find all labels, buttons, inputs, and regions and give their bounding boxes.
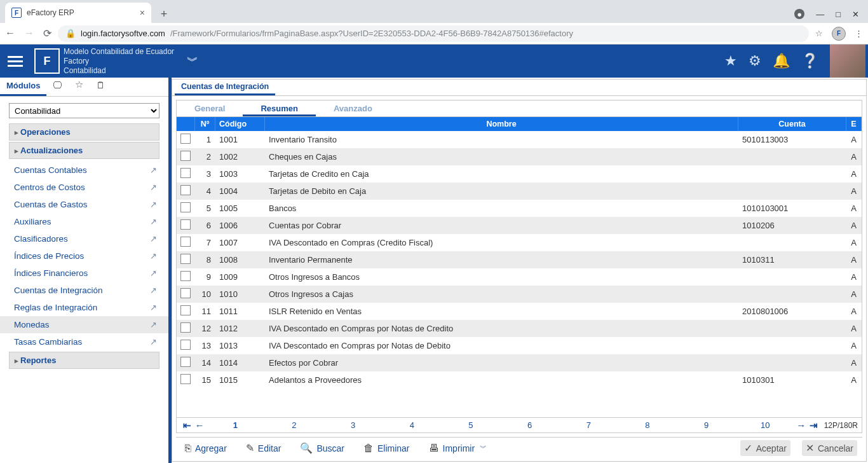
row-checkbox[interactable] xyxy=(177,371,195,389)
accept-button[interactable]: ✓Aceptar xyxy=(740,440,790,456)
external-link-icon[interactable]: ↗ xyxy=(150,217,157,226)
table-row[interactable]: 151015Adelantos a Proveedores1010301A xyxy=(177,371,862,389)
table-row[interactable]: 131013IVA Descontado en Compras por Nota… xyxy=(177,337,862,354)
table-row[interactable]: 91009Otros Ingresos a BancosA xyxy=(177,268,862,286)
browser-profile-icon[interactable]: F xyxy=(832,27,846,41)
close-window-icon[interactable]: ✕ xyxy=(852,10,859,19)
pager-page[interactable]: 9 xyxy=(677,420,736,430)
pager-page[interactable]: 1 xyxy=(206,420,265,430)
pager-page[interactable]: 6 xyxy=(500,420,559,430)
row-checkbox[interactable] xyxy=(177,234,195,251)
sidebar-item[interactable]: Cuentas de Gastos↗ xyxy=(0,196,168,213)
external-link-icon[interactable]: ↗ xyxy=(150,183,157,192)
browser-menu-icon[interactable]: ⋮ xyxy=(855,29,863,38)
menu-toggle-button[interactable] xyxy=(0,45,31,78)
maximize-icon[interactable]: □ xyxy=(836,10,841,19)
external-link-icon[interactable]: ↗ xyxy=(150,268,157,278)
row-checkbox[interactable] xyxy=(177,200,195,217)
sidebar-item[interactable]: Auxiliares↗ xyxy=(0,213,168,230)
pager-page[interactable]: 4 xyxy=(383,420,442,430)
external-link-icon[interactable]: ↗ xyxy=(150,320,157,329)
pager-page[interactable]: 7 xyxy=(559,420,618,430)
sidebar-item[interactable]: Cuentas Contables↗ xyxy=(0,162,168,179)
table-row[interactable]: 71007IVA Descontado en Compras (Credito … xyxy=(177,234,862,251)
pager-page[interactable]: 2 xyxy=(265,420,324,430)
new-tab-button[interactable]: + xyxy=(155,5,173,23)
row-checkbox[interactable] xyxy=(177,131,195,148)
row-checkbox[interactable] xyxy=(177,337,195,354)
search-button[interactable]: 🔍Buscar xyxy=(296,440,348,456)
external-link-icon[interactable]: ↗ xyxy=(150,165,157,175)
page-title-tab[interactable]: Cuentas de Integración xyxy=(175,79,275,95)
browser-tab[interactable]: F eFactory ERP × xyxy=(5,3,151,23)
sidebar-group-actualizaciones[interactable]: Actualizaciones xyxy=(9,142,159,159)
table-row[interactable]: 81008Inventario Permanente1010311A xyxy=(177,251,862,268)
sidebar-tab-star-icon[interactable]: ☆ xyxy=(69,75,90,96)
module-select[interactable]: Contabilidad xyxy=(9,103,159,118)
settings-gear-icon[interactable]: ⚙ xyxy=(749,53,761,69)
sidebar-tab-note-icon[interactable]: 🗒 xyxy=(90,76,112,96)
external-link-icon[interactable]: ↗ xyxy=(150,200,157,209)
external-link-icon[interactable]: ↗ xyxy=(150,337,157,347)
favorite-icon[interactable]: ★ xyxy=(724,53,737,69)
pager-page[interactable]: 3 xyxy=(323,420,383,430)
url-field[interactable]: 🔒 login.factorysoftve.com/Framework/Form… xyxy=(58,25,809,42)
forward-icon[interactable]: → xyxy=(24,27,34,39)
table-row[interactable]: 51005Bancos1010103001A xyxy=(177,200,862,217)
external-link-icon[interactable]: ↗ xyxy=(150,303,157,312)
profile-dot-icon[interactable]: ● xyxy=(794,9,804,19)
table-row[interactable]: 121012IVA Descontado en Compras por Nota… xyxy=(177,320,862,337)
sidebar-group-reportes[interactable]: Reportes xyxy=(9,352,159,369)
external-link-icon[interactable]: ↗ xyxy=(150,234,157,244)
view-tab-avanzado[interactable]: Avanzado xyxy=(316,100,390,116)
col-num[interactable]: Nº xyxy=(195,117,215,131)
sidebar-tab-monitor-icon[interactable]: 🖵 xyxy=(46,76,69,96)
row-checkbox[interactable] xyxy=(177,148,195,165)
col-e[interactable]: E xyxy=(846,117,862,131)
table-row[interactable]: 61006Cuentas por Cobrar1010206A xyxy=(177,217,862,234)
row-checkbox[interactable] xyxy=(177,268,195,286)
table-row[interactable]: 101010Otros Ingresos a CajasA xyxy=(177,286,862,303)
col-checkbox[interactable] xyxy=(177,117,195,131)
external-link-icon[interactable]: ↗ xyxy=(150,286,157,295)
pager-first-icon[interactable]: ⇤ xyxy=(180,420,193,431)
back-icon[interactable]: ← xyxy=(5,27,15,39)
app-logo-icon[interactable]: F xyxy=(34,48,60,74)
table-row[interactable]: 31003Tarjetas de Credito en CajaA xyxy=(177,165,862,183)
add-button[interactable]: ⎘Agregar xyxy=(181,441,231,456)
sidebar-item[interactable]: Centros de Costos↗ xyxy=(0,179,168,196)
print-button[interactable]: 🖶Imprimir︾ xyxy=(425,441,491,456)
sidebar-item[interactable]: Tasas Cambiarias↗ xyxy=(0,333,168,350)
pager-prev-icon[interactable]: ← xyxy=(193,420,206,431)
delete-button[interactable]: 🗑Eliminar xyxy=(360,441,414,456)
table-row[interactable]: 41004Tarjetas de Debito en CajaA xyxy=(177,183,862,200)
row-checkbox[interactable] xyxy=(177,354,195,371)
minimize-icon[interactable]: ― xyxy=(816,10,824,19)
help-icon[interactable]: ❔ xyxy=(801,53,818,69)
col-codigo[interactable]: Código xyxy=(215,117,265,131)
col-nombre[interactable]: Nombre xyxy=(265,117,738,131)
sidebar-item[interactable]: Reglas de Integración↗ xyxy=(0,299,168,316)
reload-icon[interactable]: ⟳ xyxy=(43,27,51,39)
table-row[interactable]: 11001Inventario Transito5010113003A xyxy=(177,131,862,148)
sidebar-item[interactable]: Índices de Precios↗ xyxy=(0,247,168,265)
sidebar-tab-modulos[interactable]: Módulos xyxy=(0,77,46,96)
table-row[interactable]: 111011ISLR Retenido en Ventas2010801006A xyxy=(177,303,862,320)
table-row[interactable]: 141014Efectos por CobrarA xyxy=(177,354,862,371)
table-row[interactable]: 21002Cheques en CajasA xyxy=(177,148,862,165)
context-dropdown-icon[interactable]: ︾ xyxy=(187,53,198,69)
view-tab-general[interactable]: General xyxy=(177,100,243,116)
notifications-bell-icon[interactable]: 🔔 xyxy=(773,53,790,69)
external-link-icon[interactable]: ↗ xyxy=(150,251,157,261)
pager-page[interactable]: 8 xyxy=(618,420,677,430)
row-checkbox[interactable] xyxy=(177,251,195,268)
row-checkbox[interactable] xyxy=(177,217,195,234)
sidebar-item[interactable]: Clasificadores↗ xyxy=(0,230,168,247)
row-checkbox[interactable] xyxy=(177,165,195,183)
sidebar-item[interactable]: Cuentas de Integración↗ xyxy=(0,282,168,299)
sidebar-group-operaciones[interactable]: Operaciones xyxy=(9,123,159,141)
sidebar-item[interactable]: Monedas↗ xyxy=(0,316,168,333)
edit-button[interactable]: ✎Editar xyxy=(242,440,285,456)
pager-page[interactable]: 5 xyxy=(442,420,501,430)
row-checkbox[interactable] xyxy=(177,183,195,200)
